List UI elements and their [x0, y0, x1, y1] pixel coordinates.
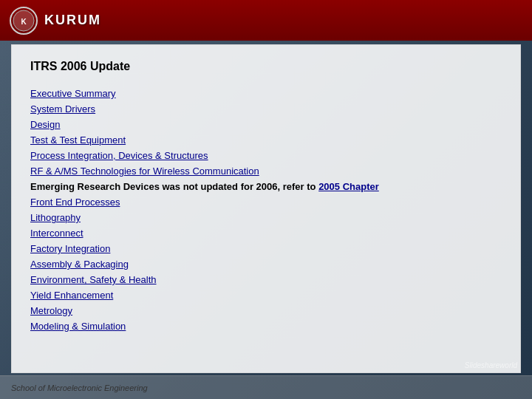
- environment-safety-link[interactable]: Environment, Safety & Health: [30, 274, 157, 285]
- list-item: Executive Summary: [30, 86, 502, 100]
- content-area: ITRS 2006 Update Executive Summary Syste…: [11, 44, 521, 373]
- list-item: Factory Integration: [30, 242, 502, 255]
- system-drivers-link[interactable]: System Drivers: [30, 103, 95, 115]
- factory-integration-link[interactable]: Factory Integration: [30, 243, 110, 254]
- process-integration-link[interactable]: Process Integration, Devices & Structure…: [30, 150, 208, 161]
- logo-text: KURUM: [44, 13, 101, 28]
- chapter-2005-link[interactable]: 2005 Chapter: [318, 181, 379, 192]
- list-item: Test & Test Equipment: [30, 133, 502, 146]
- list-item: Yield Enhancement: [30, 288, 502, 301]
- metrology-link[interactable]: Metrology: [30, 305, 72, 316]
- front-end-link[interactable]: Front End Processes: [30, 197, 120, 208]
- list-item: Interconnect: [30, 226, 502, 239]
- modeling-simulation-link[interactable]: Modeling & Simulation: [30, 321, 126, 332]
- list-item: Modeling & Simulation: [30, 319, 502, 332]
- interconnect-link[interactable]: Interconnect: [30, 228, 83, 239]
- list-item: System Drivers: [30, 102, 502, 115]
- header: K KURUM: [0, 0, 532, 41]
- links-list-secondary: Front End Processes Lithography Intercon…: [30, 195, 502, 332]
- list-item: Lithography: [30, 211, 502, 224]
- logo-icon: K: [9, 6, 38, 35]
- design-link[interactable]: Design: [30, 119, 60, 130]
- list-item: RF & A/MS Technologies for Wireless Comm…: [30, 164, 502, 177]
- rf-ams-link[interactable]: RF & A/MS Technologies for Wireless Comm…: [30, 166, 259, 177]
- yield-enhancement-link[interactable]: Yield Enhancement: [30, 290, 113, 301]
- list-item: Process Integration, Devices & Structure…: [30, 149, 502, 162]
- watermark: Slideshareworld: [465, 361, 517, 369]
- list-item: Assembly & Packaging: [30, 257, 502, 270]
- special-line: Emerging Research Devices was not update…: [30, 180, 502, 194]
- page-title: ITRS 2006 Update: [30, 60, 502, 73]
- list-item: Design: [30, 117, 502, 131]
- footer-text: School of Microelectronic Engineering: [11, 383, 148, 392]
- lithography-link[interactable]: Lithography: [30, 212, 81, 223]
- links-list-primary: Executive Summary System Drivers Design …: [30, 86, 502, 177]
- footer: School of Microelectronic Engineering: [0, 375, 532, 399]
- svg-text:K: K: [21, 17, 27, 25]
- list-item: Environment, Safety & Health: [30, 273, 502, 286]
- list-item: Front End Processes: [30, 195, 502, 208]
- test-equipment-link[interactable]: Test & Test Equipment: [30, 134, 126, 146]
- logo-container: K KURUM: [9, 6, 101, 35]
- executive-summary-link[interactable]: Executive Summary: [30, 88, 116, 99]
- special-line-prefix: Emerging Research Devices was not update…: [30, 181, 318, 192]
- list-item: Metrology: [30, 304, 502, 317]
- assembly-packaging-link[interactable]: Assembly & Packaging: [30, 259, 129, 270]
